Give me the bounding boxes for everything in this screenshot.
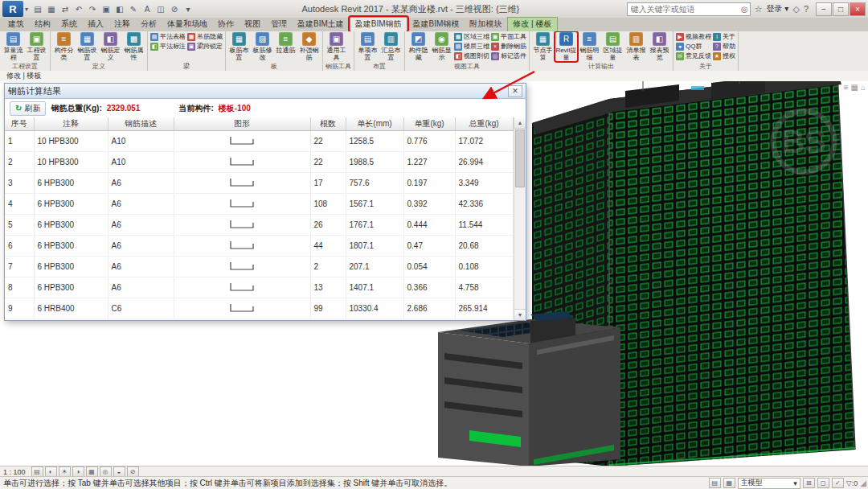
search-icon[interactable]: ◎	[741, 5, 748, 14]
scroll-down-icon[interactable]: ▼	[514, 309, 526, 320]
floor-3d-button[interactable]: ▤楼层三维	[454, 42, 489, 51]
revit-app-button[interactable]: R	[2, 1, 23, 17]
save-icon[interactable]: ▦	[45, 2, 58, 15]
filter-icon[interactable]: ▽:0	[846, 479, 858, 487]
measure-icon[interactable]: ◧	[113, 2, 126, 15]
tab-yjk-bim-rebar[interactable]: 盈建BIM钢筋	[350, 17, 407, 31]
view-scale[interactable]: 1 : 100	[3, 468, 26, 476]
default-3d-view-icon[interactable]: ◫	[154, 2, 167, 15]
beam-table-button[interactable]: ▤平法表格	[150, 32, 186, 41]
design-options-icon[interactable]: ▦	[723, 478, 735, 488]
region-quantity-button[interactable]: ▤区域提量	[602, 32, 624, 61]
project-settings-button[interactable]: ▣工程设置	[26, 32, 47, 61]
open-icon[interactable]: ▤	[31, 2, 44, 15]
tab-view[interactable]: 视图	[240, 18, 265, 31]
beam-annotate-button[interactable]: ◧平法标注	[150, 42, 186, 51]
print-icon[interactable]: ▣	[100, 2, 113, 15]
column-header[interactable]: 根数	[310, 117, 346, 131]
column-header[interactable]: 图形	[174, 117, 310, 131]
column-header[interactable]: 注释	[34, 117, 108, 131]
tab-systems[interactable]: 系统	[56, 18, 82, 31]
minimize-button[interactable]: −	[816, 2, 832, 16]
home-icon[interactable]: ⌂	[861, 83, 866, 92]
editable-only-icon[interactable]: ⊞	[803, 478, 815, 488]
node-calc-button[interactable]: ▦节点手算	[532, 32, 554, 61]
table-row[interactable]: 76 HPB300A62207.10.0540.108	[5, 257, 513, 277]
rebar-properties-button[interactable]: ▩钢筋属性	[123, 32, 145, 61]
column-header[interactable]: 总重(kg)	[455, 117, 513, 131]
column-header[interactable]: 序号	[5, 117, 34, 131]
tab-annotate[interactable]: 注释	[109, 18, 135, 31]
scroll-up-icon[interactable]: ▲	[514, 117, 526, 129]
favorites-icon[interactable]: ☆	[755, 4, 763, 14]
column-header[interactable]: 钢筋描述	[108, 117, 174, 131]
app-menu-caret-icon[interactable]: ▾	[25, 6, 28, 13]
press-drag-icon[interactable]: ✓	[832, 478, 844, 488]
column-header[interactable]: 单长(mm)	[346, 117, 403, 131]
table-row[interactable]: 56 HPB300A6261767.10.44411.544	[5, 215, 513, 236]
qq-group-button[interactable]: ●QQ群	[676, 42, 711, 51]
table-row[interactable]: 36 HPB300A617757.60.1973.349	[5, 173, 513, 194]
tab-modify-contextual[interactable]: 修改 | 楼板	[507, 17, 557, 31]
tab-architecture[interactable]: 建筑	[3, 18, 29, 31]
rebar-detail-button[interactable]: ≡钢筋明细	[579, 32, 600, 61]
about-button[interactable]: i关于	[713, 32, 735, 41]
rebar-settings-button[interactable]: ▦钢筋设置	[76, 32, 98, 61]
signin-button[interactable]: 登录 ▾	[767, 3, 789, 14]
table-row[interactable]: 210 HPB300A10221988.51.22726.994	[5, 152, 513, 173]
mark-select-button[interactable]: ◎标记选件	[491, 51, 526, 60]
plan-tools-button[interactable]: ▣平面工具	[491, 32, 526, 41]
tab-analyze[interactable]: 分析	[136, 18, 162, 31]
tab-massing-site[interactable]: 体量和场地	[162, 18, 212, 31]
table-row[interactable]: 66 HPB300A6441807.10.4720.68	[5, 236, 513, 257]
search-input[interactable]	[629, 4, 741, 14]
section-icon[interactable]: ⊘	[168, 2, 181, 15]
maximize-button[interactable]: □	[833, 2, 849, 16]
exclude-options-icon[interactable]: ◻	[817, 478, 829, 488]
table-scrollbar[interactable]: ▲ ▼	[514, 117, 526, 320]
general-tools-button[interactable]: ▣通用工具	[326, 32, 347, 61]
tab-manage[interactable]: 管理	[266, 18, 292, 31]
tab-collaborate[interactable]: 协作	[213, 18, 239, 31]
strengthen-rebar-button[interactable]: ◆补强钢筋	[298, 32, 320, 61]
search-box[interactable]: ◎	[627, 2, 751, 16]
slab-rebar-place-button[interactable]: ▦板筋布置	[228, 32, 250, 61]
component-category-button[interactable]: ≡构件分类	[53, 32, 75, 61]
beam-span-lock-button[interactable]: ▣梁跨锁定	[187, 42, 223, 51]
qat-customize-icon[interactable]: ▾	[182, 2, 194, 15]
table-row[interactable]: 46 HPB300A61081567.10.39242.336	[5, 194, 513, 215]
tab-yjk-bim-formwork[interactable]: 盈建BIM钢模	[408, 18, 465, 31]
rebar-show-button[interactable]: ◉钢筋显示	[431, 32, 452, 61]
close-button[interactable]: ×	[850, 2, 866, 16]
exchange-apps-icon[interactable]: ◇	[792, 4, 799, 14]
table-row[interactable]: 110 HPB300A10221258.50.77617.072	[5, 131, 513, 152]
annotate-icon[interactable]: ✎	[127, 2, 140, 15]
sync-icon[interactable]: ⇄	[59, 2, 72, 15]
report-preview-button[interactable]: ◧报表预览	[649, 32, 670, 61]
revit-quantity-button[interactable]: RRevit提量	[555, 32, 577, 61]
resize-grip[interactable]: ◢	[860, 479, 866, 487]
tab-yjk-bim-civil[interactable]: 盈建BIM土建	[293, 18, 349, 31]
dialog-close-icon[interactable]: ✕	[508, 85, 522, 97]
batch-place-button[interactable]: ▥汇总布置	[380, 32, 402, 61]
tab-add-ins[interactable]: 附加模块	[465, 18, 506, 31]
viewcube-icon[interactable]: ▦	[851, 83, 858, 92]
view-section-button[interactable]: ◧视图剖切	[454, 51, 489, 60]
table-row[interactable]: 86 HPB300A6131407.10.3664.758	[5, 277, 513, 298]
region-3d-button[interactable]: ▦区域三维	[454, 32, 489, 41]
drawing-area[interactable]: BS ≡ ▦ ⌂ 钢筋计算结果 ✕ ↻ 刷新 钢筋总重(Kg): 2329.05…	[0, 81, 868, 466]
scroll-thumb[interactable]	[515, 129, 525, 187]
refresh-button[interactable]: ↻ 刷新	[10, 101, 46, 116]
license-button[interactable]: ★授权	[713, 51, 735, 60]
redo-icon[interactable]: ↷	[86, 2, 99, 15]
help-button[interactable]: ?帮助	[713, 42, 735, 51]
table-row[interactable]: 96 HRB400C69910330.42.686265.914	[5, 298, 513, 319]
single-place-button[interactable]: ▤单项布置	[357, 32, 379, 61]
hanger-hide-button[interactable]: ▦吊筋隐藏	[187, 32, 223, 41]
rebar-define-button[interactable]: ◧钢筋定义	[100, 32, 121, 61]
list-report-button[interactable]: ▥清单报表	[625, 32, 647, 61]
worksharing-icon[interactable]: ▤	[709, 478, 721, 488]
tab-structure[interactable]: 结构	[30, 18, 55, 31]
quantity-flow-button[interactable]: ▤算量流程	[2, 32, 24, 61]
slab-rebar-edit-button[interactable]: ▨板筋修改	[252, 32, 273, 61]
